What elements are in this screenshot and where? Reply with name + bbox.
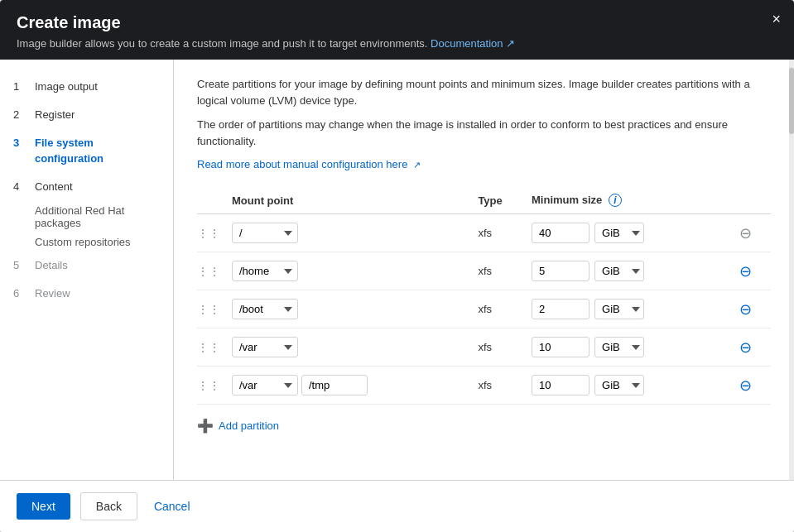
col-drag bbox=[197, 187, 232, 214]
drag-handle[interactable]: ⋮⋮ bbox=[197, 252, 232, 290]
drag-handle-icon: ⋮⋮ bbox=[197, 341, 225, 354]
type-label: xfs bbox=[478, 303, 492, 315]
mount-select-4[interactable]: //home/boot/var/tmp/usr/opt/srv bbox=[232, 375, 298, 395]
table-row: ⋮⋮ //home/boot/var/tmp/usr/opt/srvxfs Gi… bbox=[197, 367, 771, 405]
add-partition-button[interactable]: ➕ Add partition bbox=[197, 418, 279, 434]
partition-table: Mount point Type Minimum size i ⋮⋮ //ho bbox=[197, 187, 771, 405]
unit-select-3[interactable]: GiBMiBTiB bbox=[594, 337, 644, 357]
table-row: ⋮⋮ //home/boot/var/tmp/usr/opt/srvxfs Gi… bbox=[197, 214, 771, 252]
sidebar-num-6: 6 bbox=[13, 286, 28, 300]
size-cell: GiBMiBTiB bbox=[532, 328, 738, 367]
sidebar-item-content[interactable]: 4 Content bbox=[0, 173, 173, 201]
sidebar-label-filesystem: File system configuration bbox=[35, 136, 160, 165]
size-cell: GiBMiBTiB bbox=[532, 214, 738, 252]
mount-select-0[interactable]: //home/boot/var/tmp/usr/opt/srv bbox=[232, 223, 298, 243]
size-cell: GiBMiBTiB bbox=[532, 290, 738, 328]
col-mount-point: Mount point bbox=[232, 187, 478, 214]
back-button[interactable]: Back bbox=[80, 492, 137, 520]
description-1: Create partitions for your image by defi… bbox=[197, 76, 771, 108]
mount-point-cell: //home/boot/var/tmp/usr/opt/srv bbox=[232, 252, 478, 290]
scrollbar-thumb bbox=[789, 68, 794, 134]
drag-handle-icon: ⋮⋮ bbox=[197, 265, 225, 278]
mount-point-cell: //home/boot/var/tmp/usr/opt/srv bbox=[232, 328, 478, 367]
type-cell: xfs bbox=[478, 252, 532, 290]
sidebar-item-register[interactable]: 2 Register bbox=[0, 101, 173, 129]
drag-handle[interactable]: ⋮⋮ bbox=[197, 367, 232, 405]
sidebar-sub-custom-repositories[interactable]: Custom repositories bbox=[0, 232, 173, 252]
sidebar-num-4: 4 bbox=[13, 180, 28, 193]
drag-handle-icon: ⋮⋮ bbox=[197, 303, 225, 316]
mount-point-cell: //home/boot/var/tmp/usr/opt/srv bbox=[232, 367, 478, 405]
sidebar-item-review[interactable]: 6 Review bbox=[0, 280, 173, 308]
table-row: ⋮⋮ //home/boot/var/tmp/usr/opt/srvxfs Gi… bbox=[197, 328, 771, 367]
documentation-link[interactable]: Documentation ↗ bbox=[431, 37, 515, 50]
col-actions bbox=[738, 187, 771, 214]
plus-icon: ➕ bbox=[197, 418, 214, 434]
size-input-4[interactable] bbox=[532, 375, 589, 395]
next-button[interactable]: Next bbox=[17, 493, 70, 520]
sidebar-label-details: Details bbox=[35, 258, 68, 273]
remove-button-1[interactable]: ⊖ bbox=[738, 264, 753, 279]
sidebar-item-image-output[interactable]: 1 Image output bbox=[0, 73, 173, 101]
type-cell: xfs bbox=[478, 367, 532, 405]
description-2: The order of partitions may change when … bbox=[197, 117, 771, 149]
sidebar-label-content: Content bbox=[35, 180, 73, 194]
mount-select-1[interactable]: //home/boot/var/tmp/usr/opt/srv bbox=[232, 261, 298, 281]
modal-title: Create image bbox=[17, 13, 777, 32]
type-cell: xfs bbox=[478, 214, 532, 252]
drag-handle-icon: ⋮⋮ bbox=[197, 227, 225, 240]
sidebar-label-register: Register bbox=[35, 108, 75, 122]
type-cell: xfs bbox=[478, 328, 532, 367]
unit-select-0[interactable]: GiBMiBTiB bbox=[594, 223, 644, 243]
modal-header: Create image Image builder allows you to… bbox=[0, 0, 794, 60]
type-label: xfs bbox=[478, 341, 492, 353]
drag-handle[interactable]: ⋮⋮ bbox=[197, 290, 232, 328]
create-image-modal: Create image Image builder allows you to… bbox=[0, 0, 794, 532]
remove-cell: ⊖ bbox=[738, 252, 771, 290]
remove-cell: ⊖ bbox=[738, 328, 771, 367]
size-input-0[interactable] bbox=[532, 223, 589, 243]
col-type: Type bbox=[478, 187, 532, 214]
size-input-2[interactable] bbox=[532, 299, 589, 319]
sidebar-item-filesystem[interactable]: 3 File system configuration bbox=[0, 129, 173, 172]
type-label: xfs bbox=[478, 227, 492, 239]
remove-button-2[interactable]: ⊖ bbox=[738, 302, 753, 317]
modal-description: Image builder allows you to create a cus… bbox=[17, 37, 777, 50]
table-row: ⋮⋮ //home/boot/var/tmp/usr/opt/srvxfs Gi… bbox=[197, 290, 771, 328]
remove-cell: ⊖ bbox=[738, 214, 771, 252]
unit-select-4[interactable]: GiBMiBTiB bbox=[594, 375, 644, 395]
remove-button-0[interactable]: ⊖ bbox=[738, 226, 753, 241]
drag-handle[interactable]: ⋮⋮ bbox=[197, 328, 232, 367]
table-row: ⋮⋮ //home/boot/var/tmp/usr/opt/srvxfs Gi… bbox=[197, 252, 771, 290]
mount-point-cell: //home/boot/var/tmp/usr/opt/srv bbox=[232, 214, 478, 252]
sidebar-num-3: 3 bbox=[13, 136, 28, 149]
mount-select-3[interactable]: //home/boot/var/tmp/usr/opt/srv bbox=[232, 337, 298, 357]
size-input-3[interactable] bbox=[532, 337, 589, 357]
add-partition-label: Add partition bbox=[219, 419, 279, 432]
remove-button-3[interactable]: ⊖ bbox=[738, 340, 753, 355]
sidebar-item-details[interactable]: 5 Details bbox=[0, 252, 173, 280]
size-cell: GiBMiBTiB bbox=[532, 252, 738, 290]
col-min-size: Minimum size i bbox=[532, 187, 738, 214]
mount-point-cell: //home/boot/var/tmp/usr/opt/srv bbox=[232, 290, 478, 328]
sidebar: 1 Image output 2 Register 3 File system … bbox=[0, 60, 174, 480]
info-icon: i bbox=[609, 194, 622, 207]
mount-suffix-input-4[interactable] bbox=[301, 375, 368, 395]
size-input-1[interactable] bbox=[532, 261, 589, 281]
unit-select-2[interactable]: GiBMiBTiB bbox=[594, 299, 644, 319]
remove-cell: ⊖ bbox=[738, 290, 771, 328]
mount-select-2[interactable]: //home/boot/var/tmp/usr/opt/srv bbox=[232, 299, 298, 319]
external-link-icon-2: ↗ bbox=[413, 160, 421, 170]
external-link-icon: ↗ bbox=[506, 37, 515, 50]
remove-button-4[interactable]: ⊖ bbox=[738, 378, 753, 393]
content-area: Create partitions for your image by defi… bbox=[174, 60, 794, 480]
scrollbar[interactable] bbox=[789, 60, 794, 480]
modal-body: 1 Image output 2 Register 3 File system … bbox=[0, 60, 794, 480]
type-label: xfs bbox=[478, 379, 492, 391]
read-more-link[interactable]: Read more about manual configuration her… bbox=[197, 158, 421, 170]
close-button[interactable]: × bbox=[772, 12, 781, 26]
sidebar-sub-additional-packages[interactable]: Additional Red Hat packages bbox=[0, 201, 173, 232]
drag-handle[interactable]: ⋮⋮ bbox=[197, 214, 232, 252]
unit-select-1[interactable]: GiBMiBTiB bbox=[594, 261, 644, 281]
cancel-button[interactable]: Cancel bbox=[147, 493, 197, 520]
